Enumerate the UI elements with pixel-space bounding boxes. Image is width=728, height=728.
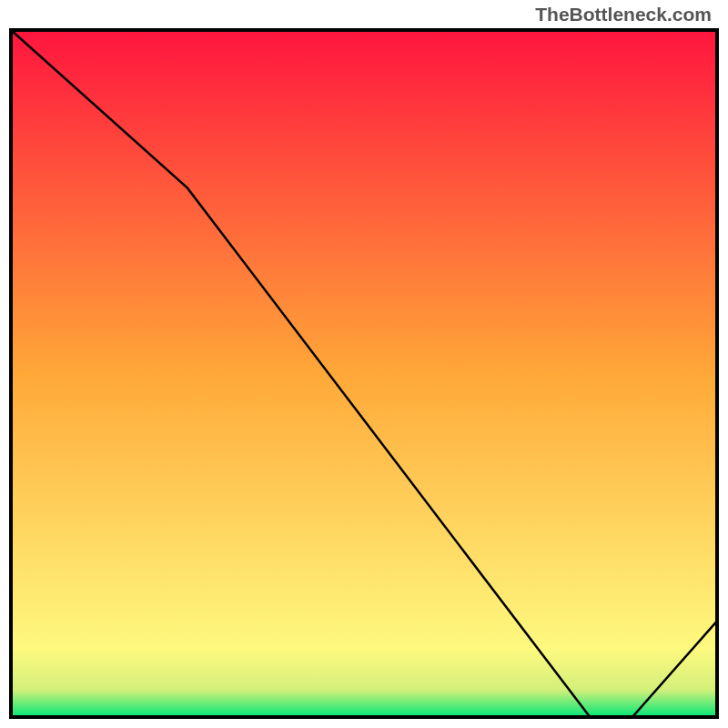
plot-background — [11, 30, 717, 717]
chart-container: TheBottleneck.com — [0, 0, 728, 728]
watermark-text: TheBottleneck.com — [535, 4, 712, 25]
bottleneck-chart — [0, 0, 728, 728]
